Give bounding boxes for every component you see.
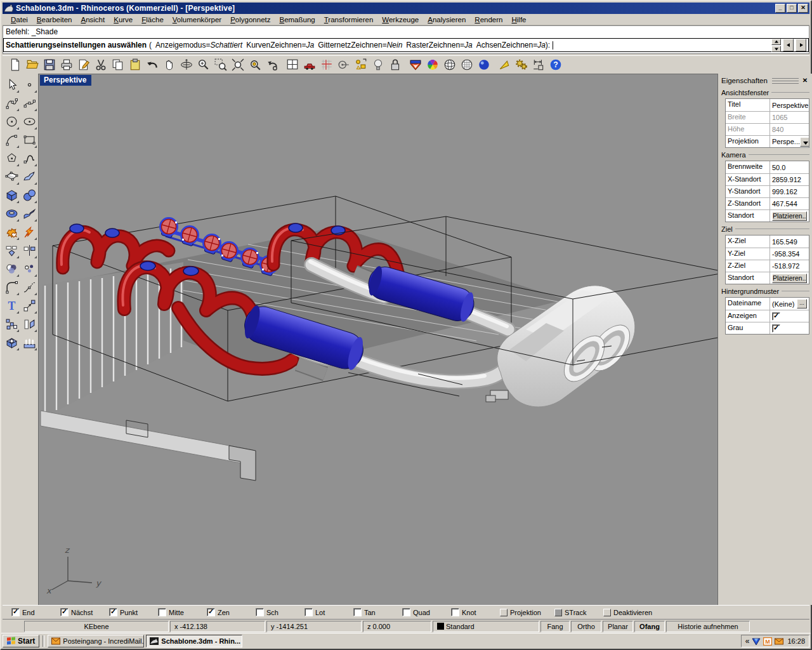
- swept-surface-icon[interactable]: [20, 204, 38, 223]
- arc-icon[interactable]: [3, 131, 20, 149]
- cut-icon[interactable]: [92, 56, 109, 74]
- scroll-up-button[interactable]: [771, 39, 781, 45]
- menu-bemassung[interactable]: Bemaßung: [275, 15, 319, 25]
- menu-datei[interactable]: Datei: [6, 15, 32, 25]
- zoom-window-icon[interactable]: [212, 56, 229, 74]
- incredimail-tray-icon[interactable]: M: [763, 637, 772, 646]
- layer-color-swatch[interactable]: [437, 623, 444, 630]
- open-file-icon[interactable]: [23, 56, 41, 74]
- dimension-icon[interactable]: [530, 56, 547, 74]
- panel-close-icon[interactable]: ✕: [801, 76, 809, 85]
- command-prompt[interactable]: Schattierungseinstellungen auswählen ( A…: [3, 38, 809, 52]
- scroll-left-button[interactable]: [783, 39, 794, 51]
- osnap-tan[interactable]: Tan: [353, 608, 402, 616]
- pan-icon[interactable]: [160, 56, 178, 74]
- platzieren-ziel-button[interactable]: Platzieren...: [772, 274, 807, 283]
- fillet-curve-icon[interactable]: [3, 278, 20, 296]
- boolean-difference-icon[interactable]: [3, 333, 20, 352]
- shade-mode-icon[interactable]: [407, 56, 424, 74]
- task-rhino[interactable]: Schablone.3dm - Rhin...: [146, 635, 242, 647]
- osnap-strack[interactable]: STrack: [554, 609, 603, 616]
- render-icon[interactable]: [475, 56, 492, 74]
- task-incredimail[interactable]: Posteingang - IncrediMail...: [48, 635, 144, 647]
- cmd-option-kurvenzeichnen[interactable]: KurvenZeichnenJa: [246, 41, 314, 50]
- text-icon[interactable]: T: [3, 296, 20, 315]
- osnap-lot[interactable]: Lot: [304, 608, 353, 616]
- grid-options-icon[interactable]: [318, 56, 335, 74]
- ortho-toggle[interactable]: Ortho: [571, 621, 601, 632]
- lock-icon[interactable]: [386, 56, 403, 74]
- point-icon[interactable]: [20, 76, 38, 94]
- menu-polygonnetz[interactable]: Polygonnetz: [226, 15, 275, 25]
- osnap-zen[interactable]: Zen: [207, 608, 256, 616]
- platzieren-kamera-button[interactable]: Platzieren...: [772, 211, 807, 221]
- help-icon[interactable]: ?: [547, 56, 564, 74]
- blend-curve-icon[interactable]: [20, 278, 38, 296]
- explode-icon[interactable]: [20, 223, 38, 241]
- osnap-quad[interactable]: Quad: [402, 608, 451, 616]
- menu-ansicht[interactable]: Ansicht: [77, 15, 110, 25]
- cplane-pane[interactable]: KEbene: [24, 621, 169, 632]
- minimize-button[interactable]: _: [775, 4, 785, 13]
- split-icon[interactable]: [20, 241, 38, 260]
- mail-tray-icon[interactable]: [775, 637, 783, 646]
- options-gears-icon[interactable]: [513, 56, 530, 74]
- menu-bearbeiten[interactable]: Bearbeiten: [32, 15, 77, 25]
- undo-view-icon[interactable]: [263, 56, 280, 74]
- sphere-mesh-icon[interactable]: [458, 56, 475, 74]
- cmd-option-rasterzeichnen[interactable]: RasterZeichnenJa: [406, 41, 472, 50]
- layer-pane[interactable]: Standard: [433, 621, 539, 632]
- menu-rendern[interactable]: Rendern: [470, 15, 507, 25]
- print-icon[interactable]: [58, 56, 75, 74]
- osnap-end[interactable]: End: [11, 608, 60, 616]
- trim-icon[interactable]: [3, 241, 20, 260]
- select-pointer-icon[interactable]: [3, 76, 20, 94]
- osnap-mitte[interactable]: Mitte: [158, 608, 207, 616]
- rectangle-icon[interactable]: [20, 131, 38, 149]
- copy-icon[interactable]: [109, 56, 126, 74]
- planar-toggle[interactable]: Planar: [603, 621, 633, 632]
- menu-volumenkoerper[interactable]: Volumenkörper: [168, 15, 226, 25]
- osnap-sch[interactable]: Sch: [256, 608, 304, 616]
- spotlight-icon[interactable]: [495, 56, 513, 74]
- named-view-icon[interactable]: [301, 56, 318, 74]
- block-icon[interactable]: [3, 315, 20, 333]
- point-cloud-icon[interactable]: [20, 260, 38, 278]
- cmd-option-achsenzeichnen[interactable]: AchsenZeichnenJa: [476, 41, 546, 50]
- panel-grip[interactable]: [772, 78, 799, 84]
- save-icon[interactable]: [41, 56, 58, 74]
- grau-checkbox[interactable]: [772, 324, 780, 333]
- move-icon[interactable]: [20, 296, 38, 315]
- menu-analysieren[interactable]: Analysieren: [423, 15, 470, 25]
- new-file-icon[interactable]: [6, 56, 23, 74]
- osnap-punkt[interactable]: Punkt: [109, 608, 158, 616]
- sphere-wireframe-icon[interactable]: [441, 56, 458, 74]
- osnap-knot[interactable]: Knot: [451, 608, 500, 616]
- browse-button[interactable]: ...: [797, 299, 807, 308]
- curved-surface-icon[interactable]: [20, 168, 38, 186]
- history-toggle[interactable]: Historie aufnehmen: [666, 621, 750, 632]
- extrude-icon[interactable]: [20, 315, 38, 333]
- undo-icon[interactable]: [143, 56, 160, 74]
- polygon-icon[interactable]: [3, 149, 20, 168]
- cmd-option-anzeigemodus[interactable]: AnzeigemodusSchattiert: [155, 41, 242, 50]
- menu-flaeche[interactable]: Fläche: [137, 15, 168, 25]
- circle-icon[interactable]: [3, 112, 20, 131]
- color-objects-icon[interactable]: [3, 260, 20, 278]
- osnap-naechst[interactable]: Nächst: [60, 608, 109, 616]
- color-wheel-icon[interactable]: [424, 56, 441, 74]
- viewport-title[interactable]: Perspektive: [40, 75, 91, 86]
- surface-from-points-icon[interactable]: [3, 168, 20, 186]
- viewport-layout-icon[interactable]: [284, 56, 301, 74]
- perspective-viewport[interactable]: Perspektive: [38, 74, 718, 607]
- zoom-in-icon[interactable]: [195, 56, 212, 74]
- menu-hilfe[interactable]: Hilfe: [507, 15, 530, 25]
- scroll-down-button[interactable]: [771, 46, 781, 52]
- close-button[interactable]: ✕: [798, 4, 808, 13]
- maximize-button[interactable]: □: [787, 4, 797, 13]
- anzeigen-checkbox[interactable]: [772, 312, 780, 321]
- scroll-right-button[interactable]: [796, 39, 806, 51]
- osnap-deaktivieren[interactable]: Deaktivieren: [603, 609, 658, 616]
- torus-icon[interactable]: [3, 204, 20, 223]
- sphere-icon[interactable]: [20, 186, 38, 204]
